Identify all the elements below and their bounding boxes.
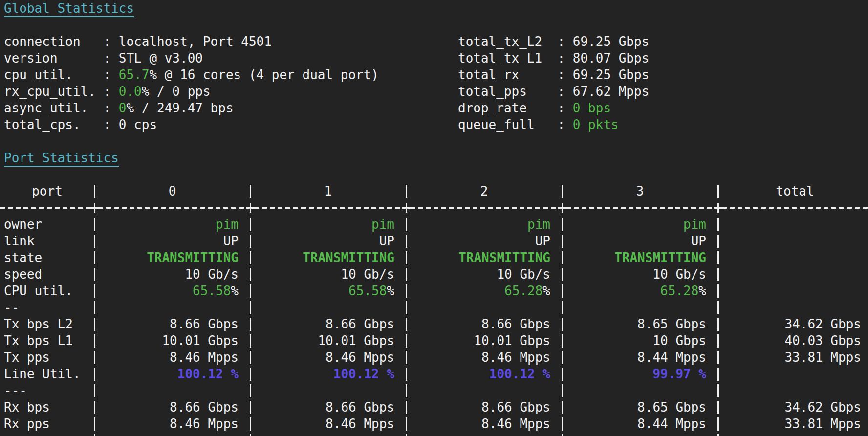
column-divider [714, 183, 722, 199]
cell-port-1: pim [254, 216, 402, 233]
cell-port-3: 8.65 Gbps [566, 316, 714, 332]
cell-port-2: UP [410, 233, 558, 249]
colon: : [103, 116, 118, 133]
cell-port-0: TRANSMITTING [98, 249, 246, 266]
stat-label: drop_rate [458, 100, 557, 116]
table-row-cpu-util: CPU util. 65.58% 65.58% 65.28% 65.28% [0, 283, 868, 299]
cell-port-0: UP [98, 233, 246, 249]
cell-port-0: 100.12 % [98, 366, 246, 382]
cell-port-2: 10.01 Gbps [410, 332, 558, 349]
column-divider [90, 299, 98, 316]
percent-sign: % [698, 283, 706, 298]
cell-port-2 [410, 432, 558, 436]
column-divider [90, 249, 98, 266]
column-divider [558, 316, 566, 332]
column-divider [90, 349, 98, 366]
cell-port-3: 65.28% [566, 283, 714, 299]
column-divider [402, 299, 410, 316]
cell-port-1: TRANSMITTING [254, 249, 402, 266]
stat-value: % / 0 pps [142, 83, 211, 100]
column-divider [246, 349, 254, 366]
stat-value-highlight: 0.0 [119, 83, 142, 100]
percent-sign: % [231, 283, 239, 298]
column-divider [246, 399, 254, 415]
cell-port-1: UP [254, 233, 402, 249]
table-row-state: state TRANSMITTING TRANSMITTING TRANSMIT… [0, 249, 868, 266]
stat-value-highlight: 65.7 [119, 66, 150, 83]
cell-total [722, 216, 868, 233]
column-divider [90, 366, 98, 382]
table-row-owner: owner pim pim pim pim [0, 216, 868, 233]
row-label: Tx bps L2 [0, 316, 90, 332]
row-label: speed [0, 266, 90, 283]
table-row-speed: speed 10 Gb/s 10 Gb/s 10 Gb/s 10 Gb/s [0, 266, 868, 283]
stat-value: 69.25 Gbps [573, 33, 650, 50]
table-header-row: port 0 1 2 3 total [0, 183, 868, 199]
stat-value: % @ 16 cores (4 per dual port) [149, 66, 379, 83]
separator-dash [410, 199, 558, 216]
header-port-0: 0 [98, 183, 246, 199]
column-divider [90, 216, 98, 233]
column-divider [402, 316, 410, 332]
cell-port-2: 65.28% [410, 283, 558, 299]
column-divider [246, 299, 254, 316]
column-divider [246, 233, 254, 249]
column-divider [558, 399, 566, 415]
row-label: Rx pps [0, 415, 90, 432]
column-divider [558, 249, 566, 266]
global-stats-left-block: connection:localhost, Port 4501 version:… [4, 33, 379, 133]
column-divider [714, 332, 722, 349]
cell-port-0 [98, 299, 246, 316]
separator-dash [254, 199, 402, 216]
cell-port-2: 100.12 % [410, 366, 558, 382]
cell-total [722, 249, 868, 266]
cell-port-3: 8.44 Mpps [566, 415, 714, 432]
row-label: Tx bps L1 [0, 332, 90, 349]
column-divider [714, 233, 722, 249]
row-label: state [0, 249, 90, 266]
cell-port-3 [566, 432, 714, 436]
stat-label: async_util. [4, 100, 103, 116]
table-row-link: link UP UP UP UP [0, 233, 868, 249]
column-divider [558, 183, 566, 199]
stat-label: rx_cpu_util. [4, 83, 103, 100]
stat-row-connection: connection:localhost, Port 4501 [4, 33, 379, 50]
row-label: -- [0, 299, 90, 316]
column-divider [90, 316, 98, 332]
column-divider [402, 349, 410, 366]
header-port-1: 1 [254, 183, 402, 199]
column-divider [90, 183, 98, 199]
percent-sign: % [387, 283, 394, 298]
cell-port-1 [254, 432, 402, 436]
column-divider [246, 316, 254, 332]
column-divider [714, 382, 722, 399]
column-divider [90, 332, 98, 349]
colon: : [557, 100, 572, 116]
cell-port-1 [254, 299, 402, 316]
column-divider [246, 382, 254, 399]
row-label: Line Util. [0, 366, 90, 382]
column-divider [246, 432, 254, 436]
column-divider [246, 249, 254, 266]
column-divider [402, 283, 410, 299]
separator-cross [714, 199, 722, 216]
stat-value-highlight: 0 pkts [573, 116, 619, 133]
cell-port-1: 8.46 Mpps [254, 349, 402, 366]
stat-row-async-util: async_util.:0% / 249.47 bps [4, 100, 379, 116]
cell-port-3: 10 Gbps [566, 332, 714, 349]
stat-value: 0 cps [119, 116, 157, 133]
column-divider [90, 432, 98, 436]
column-divider [246, 183, 254, 199]
cpu-value: 65.28 [504, 283, 542, 298]
row-label [0, 432, 90, 436]
column-divider [90, 266, 98, 283]
colon: : [103, 83, 118, 100]
stat-label: connection [4, 33, 103, 50]
column-divider [558, 415, 566, 432]
column-divider [246, 415, 254, 432]
cell-port-0 [98, 382, 246, 399]
cell-port-1: 8.66 Gbps [254, 316, 402, 332]
separator-dash [722, 199, 868, 216]
column-divider [402, 249, 410, 266]
cell-port-3 [566, 299, 714, 316]
